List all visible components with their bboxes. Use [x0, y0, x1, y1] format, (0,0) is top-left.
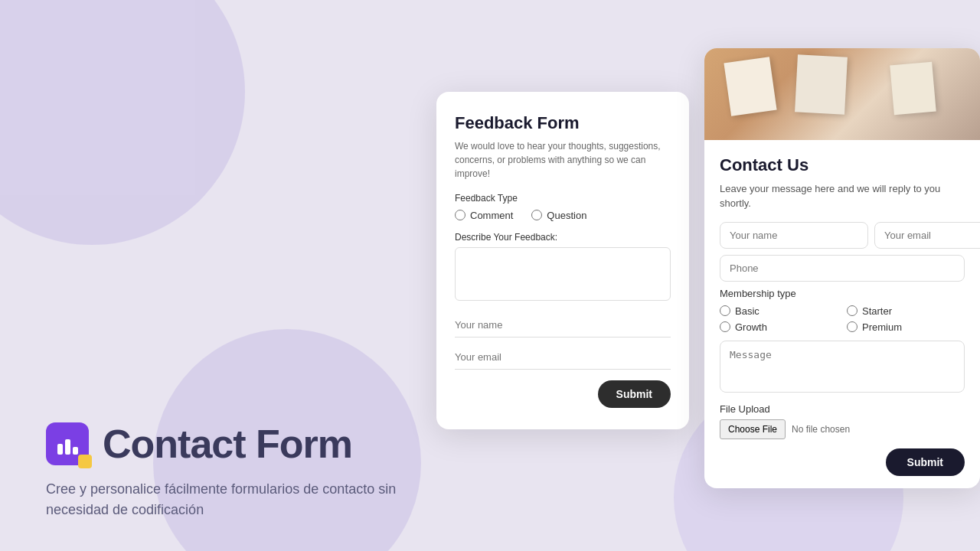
membership-basic-label: Basic [735, 305, 760, 317]
contact-phone-input[interactable] [720, 255, 965, 282]
membership-basic-input[interactable] [720, 305, 730, 316]
radio-question-input[interactable] [531, 210, 542, 220]
brand-title: Contact Form [103, 421, 352, 467]
membership-starter-label: Starter [862, 305, 892, 317]
membership-basic[interactable]: Basic [720, 305, 838, 317]
contact-submit-button[interactable]: Submit [886, 448, 965, 476]
membership-premium[interactable]: Premium [847, 321, 965, 333]
feedback-form-card: Feedback Form We would love to hear your… [436, 92, 689, 429]
radio-question[interactable]: Question [531, 210, 586, 221]
membership-radio-group: Basic Starter Growth Premium [720, 305, 965, 333]
contact-name-input[interactable] [720, 222, 868, 249]
membership-growth-label: Growth [735, 321, 767, 333]
choose-file-button[interactable]: Choose File [720, 419, 786, 439]
membership-growth[interactable]: Growth [720, 321, 838, 333]
contact-form-body: Contact Us Leave your message here and w… [704, 140, 980, 488]
membership-starter[interactable]: Starter [847, 305, 965, 317]
brand-subtitle: Cree y personalice fácilmente formulario… [46, 479, 406, 520]
no-file-text: No file chosen [792, 424, 850, 435]
page-content: Contact Form Cree y personalice fácilmen… [0, 0, 980, 551]
feedback-submit-row: Submit [455, 377, 671, 408]
contact-submit-row: Submit [720, 448, 965, 476]
feedback-name-input[interactable] [455, 313, 671, 337]
bar-2 [65, 439, 70, 455]
left-section: Contact Form Cree y personalice fácilmen… [0, 0, 436, 551]
radio-comment-input[interactable] [455, 210, 466, 220]
brand-row: Contact Form [46, 421, 406, 467]
contact-form-title: Contact Us [720, 155, 965, 175]
polaroid-1 [724, 57, 776, 116]
file-upload-label: File Upload [720, 403, 965, 415]
feedback-textarea[interactable] [455, 247, 671, 301]
feedback-type-radio-group: Comment Question [455, 210, 671, 221]
membership-label: Membership type [720, 288, 965, 299]
membership-starter-input[interactable] [847, 305, 858, 316]
file-upload-row: Choose File No file chosen [720, 419, 965, 439]
polaroid-2 [795, 54, 848, 114]
bar-3 [73, 447, 78, 455]
feedback-form-title: Feedback Form [455, 113, 671, 133]
brand-icon-bars [57, 433, 78, 455]
contact-email-input[interactable] [874, 222, 980, 249]
radio-comment[interactable]: Comment [455, 210, 513, 221]
contact-form-description: Leave your message here and we will repl… [720, 181, 965, 211]
feedback-textarea-label: Describe Your Feedback: [455, 232, 671, 243]
feedback-form-description: We would love to hear your thoughts, sug… [455, 139, 671, 181]
membership-premium-input[interactable] [847, 321, 858, 332]
contact-photo-header [704, 48, 980, 140]
bar-1 [57, 444, 63, 455]
contact-message-textarea[interactable] [720, 341, 965, 393]
brand-icon [46, 422, 89, 465]
feedback-submit-button[interactable]: Submit [598, 380, 671, 408]
polaroid-3 [890, 61, 936, 115]
membership-growth-input[interactable] [720, 321, 730, 332]
membership-premium-label: Premium [862, 321, 902, 333]
contact-name-email-row [720, 222, 965, 249]
contact-form-card: Contact Us Leave your message here and w… [704, 48, 980, 488]
radio-comment-label: Comment [470, 210, 513, 221]
radio-question-label: Question [547, 210, 586, 221]
feedback-type-label: Feedback Type [455, 193, 671, 204]
feedback-email-input[interactable] [455, 345, 671, 370]
